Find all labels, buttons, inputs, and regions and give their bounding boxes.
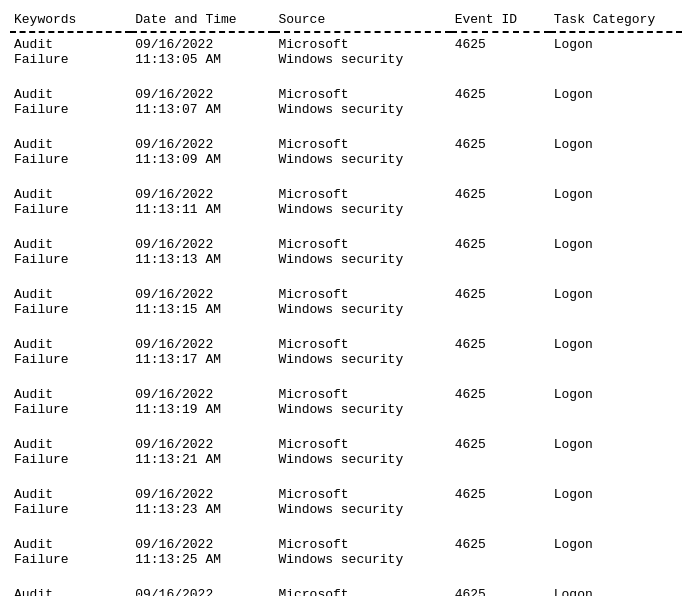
cell-taskcategory: Logon xyxy=(550,533,682,573)
cell-eventid: 4625 xyxy=(451,333,550,373)
table-row: AuditFailure09/16/202211:13:19 AMMicroso… xyxy=(10,383,682,423)
cell-keywords: AuditFailure xyxy=(10,333,131,373)
table-row: AuditFailure09/16/202211:13:05 AMMicroso… xyxy=(10,32,682,73)
cell-eventid: 4625 xyxy=(451,383,550,423)
cell-keywords: AuditFailure xyxy=(10,483,131,523)
header-datetime: Date and Time xyxy=(131,8,274,32)
row-spacer xyxy=(10,173,682,183)
cell-source: MicrosoftWindows security xyxy=(274,333,450,373)
cell-taskcategory: Logon xyxy=(550,32,682,73)
cell-datetime: 09/16/202211:13:19 AM xyxy=(131,383,274,423)
cell-eventid: 4625 xyxy=(451,433,550,473)
cell-datetime: 09/16/202211:13:09 AM xyxy=(131,133,274,173)
cell-keywords: AuditFailure xyxy=(10,433,131,473)
event-log-table: Keywords Date and Time Source Event ID T… xyxy=(10,8,682,596)
cell-datetime: 09/16/202211:13:25 AM xyxy=(131,533,274,573)
cell-datetime: 09/16/202211:13:15 AM xyxy=(131,283,274,323)
cell-source: MicrosoftWindows security xyxy=(274,83,450,123)
table-row: AuditFailure09/16/202211:13:07 AMMicroso… xyxy=(10,83,682,123)
header-taskcategory: Task Category xyxy=(550,8,682,32)
cell-eventid: 4625 xyxy=(451,32,550,73)
cell-keywords: AuditFailure xyxy=(10,583,131,596)
table-row: AuditFailure09/16/202211:13:27 AMMicroso… xyxy=(10,583,682,596)
cell-keywords: AuditFailure xyxy=(10,183,131,223)
table-row: AuditFailure09/16/202211:13:15 AMMicroso… xyxy=(10,283,682,323)
row-spacer xyxy=(10,473,682,483)
cell-eventid: 4625 xyxy=(451,133,550,173)
cell-keywords: AuditFailure xyxy=(10,133,131,173)
cell-taskcategory: Logon xyxy=(550,183,682,223)
row-spacer xyxy=(10,73,682,83)
cell-source: MicrosoftWindows security xyxy=(274,533,450,573)
cell-taskcategory: Logon xyxy=(550,383,682,423)
cell-taskcategory: Logon xyxy=(550,83,682,123)
cell-keywords: AuditFailure xyxy=(10,283,131,323)
cell-eventid: 4625 xyxy=(451,183,550,223)
cell-keywords: AuditFailure xyxy=(10,233,131,273)
header-eventid: Event ID xyxy=(451,8,550,32)
row-spacer xyxy=(10,373,682,383)
cell-source: MicrosoftWindows security xyxy=(274,233,450,273)
row-spacer xyxy=(10,223,682,233)
cell-datetime: 09/16/202211:13:27 AM xyxy=(131,583,274,596)
cell-taskcategory: Logon xyxy=(550,483,682,523)
table-row: AuditFailure09/16/202211:13:11 AMMicroso… xyxy=(10,183,682,223)
row-spacer xyxy=(10,423,682,433)
cell-datetime: 09/16/202211:13:23 AM xyxy=(131,483,274,523)
cell-datetime: 09/16/202211:13:11 AM xyxy=(131,183,274,223)
header-source: Source xyxy=(274,8,450,32)
cell-keywords: AuditFailure xyxy=(10,383,131,423)
cell-source: MicrosoftWindows security xyxy=(274,583,450,596)
table-row: AuditFailure09/16/202211:13:17 AMMicroso… xyxy=(10,333,682,373)
cell-eventid: 4625 xyxy=(451,483,550,523)
cell-eventid: 4625 xyxy=(451,83,550,123)
row-spacer xyxy=(10,273,682,283)
cell-source: MicrosoftWindows security xyxy=(274,283,450,323)
table-row: AuditFailure09/16/202211:13:13 AMMicroso… xyxy=(10,233,682,273)
cell-taskcategory: Logon xyxy=(550,433,682,473)
cell-eventid: 4625 xyxy=(451,533,550,573)
cell-datetime: 09/16/202211:13:17 AM xyxy=(131,333,274,373)
cell-source: MicrosoftWindows security xyxy=(274,433,450,473)
cell-keywords: AuditFailure xyxy=(10,32,131,73)
cell-eventid: 4625 xyxy=(451,283,550,323)
table-row: AuditFailure09/16/202211:13:25 AMMicroso… xyxy=(10,533,682,573)
cell-source: MicrosoftWindows security xyxy=(274,32,450,73)
cell-source: MicrosoftWindows security xyxy=(274,383,450,423)
row-spacer xyxy=(10,123,682,133)
cell-source: MicrosoftWindows security xyxy=(274,483,450,523)
cell-taskcategory: Logon xyxy=(550,283,682,323)
row-spacer xyxy=(10,573,682,583)
cell-taskcategory: Logon xyxy=(550,233,682,273)
row-spacer xyxy=(10,523,682,533)
cell-datetime: 09/16/202211:13:05 AM xyxy=(131,32,274,73)
cell-datetime: 09/16/202211:13:21 AM xyxy=(131,433,274,473)
table-row: AuditFailure09/16/202211:13:21 AMMicroso… xyxy=(10,433,682,473)
cell-eventid: 4625 xyxy=(451,233,550,273)
cell-keywords: AuditFailure xyxy=(10,83,131,123)
cell-source: MicrosoftWindows security xyxy=(274,183,450,223)
cell-source: MicrosoftWindows security xyxy=(274,133,450,173)
cell-datetime: 09/16/202211:13:07 AM xyxy=(131,83,274,123)
row-spacer xyxy=(10,323,682,333)
cell-taskcategory: Logon xyxy=(550,583,682,596)
cell-taskcategory: Logon xyxy=(550,133,682,173)
cell-keywords: AuditFailure xyxy=(10,533,131,573)
table-row: AuditFailure09/16/202211:13:09 AMMicroso… xyxy=(10,133,682,173)
table-row: AuditFailure09/16/202211:13:23 AMMicroso… xyxy=(10,483,682,523)
cell-datetime: 09/16/202211:13:13 AM xyxy=(131,233,274,273)
cell-taskcategory: Logon xyxy=(550,333,682,373)
header-keywords: Keywords xyxy=(10,8,131,32)
cell-eventid: 4625 xyxy=(451,583,550,596)
